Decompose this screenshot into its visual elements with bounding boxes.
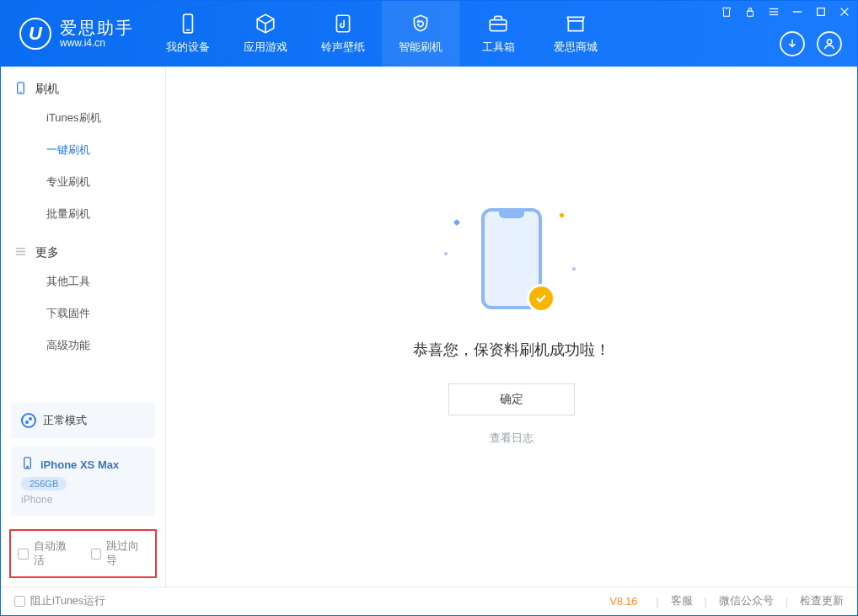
sidebar-item-download-firmware[interactable]: 下载固件 <box>1 297 165 329</box>
nav-toolbox[interactable]: 工具箱 <box>459 1 537 67</box>
chk-block-itunes[interactable]: 阻止iTunes运行 <box>14 594 105 608</box>
main-content: 恭喜您，保资料刷机成功啦！ 确定 查看日志 <box>166 67 857 587</box>
svg-rect-10 <box>818 8 825 16</box>
nav-label: 应用游戏 <box>244 40 287 55</box>
mode-indicator-icon <box>21 413 36 428</box>
mode-label: 正常模式 <box>43 413 87 428</box>
user-account-button[interactable] <box>817 31 842 56</box>
nav-apps-games[interactable]: 应用游戏 <box>227 1 304 67</box>
store-icon <box>565 13 587 35</box>
app-header: U 爱思助手 www.i4.cn 我的设备 应用游戏 铃声壁纸 智能刷机 工具箱 <box>1 1 857 67</box>
svg-rect-5 <box>748 11 753 16</box>
refresh-shield-icon <box>410 13 432 35</box>
brand-logo-icon: U <box>19 18 51 50</box>
device-info-panel[interactable]: iPhone XS Max 256GB iPhone <box>11 447 155 516</box>
separator: | <box>705 596 707 608</box>
svg-rect-2 <box>336 15 349 32</box>
chk-skip-guide[interactable]: 跳过向导 <box>91 539 149 568</box>
nav-ringtone-wallpaper[interactable]: 铃声壁纸 <box>304 1 382 67</box>
separator: | <box>656 596 658 608</box>
brand: U 爱思助手 www.i4.cn <box>1 1 149 67</box>
download-button[interactable] <box>780 31 805 56</box>
window-controls <box>721 6 850 18</box>
app-body: 刷机 iTunes刷机 一键刷机 专业刷机 批量刷机 更多 其他工具 下载固件 … <box>1 67 857 587</box>
svg-point-14 <box>827 40 831 44</box>
ok-button[interactable]: 确定 <box>448 383 575 415</box>
close-button[interactable] <box>839 6 850 18</box>
music-file-icon <box>332 13 354 35</box>
nav-store[interactable]: 爱思商城 <box>537 1 614 67</box>
footer-links: | 客服 | 微信公众号 | 检查更新 <box>656 594 844 608</box>
tshirt-icon[interactable] <box>721 6 732 18</box>
svg-rect-3 <box>490 20 507 31</box>
svg-point-21 <box>27 466 29 468</box>
toolbox-icon <box>487 13 509 35</box>
sidebar-group-flash: 刷机 <box>1 67 165 102</box>
separator: | <box>786 596 788 608</box>
sidebar-item-batch-flash[interactable]: 批量刷机 <box>1 198 165 230</box>
group-title-label: 刷机 <box>35 82 59 97</box>
check-badge-icon <box>527 284 555 313</box>
footer-link-update[interactable]: 检查更新 <box>800 594 844 608</box>
device-name: iPhone XS Max <box>40 458 119 471</box>
device-mode-panel[interactable]: 正常模式 <box>11 403 155 438</box>
phone-icon <box>14 82 27 97</box>
success-message: 恭喜您，保资料刷机成功啦！ <box>413 340 610 360</box>
chk-label: 自动激活 <box>34 539 76 568</box>
checkbox-icon <box>18 549 29 560</box>
sidebar-item-pro-flash[interactable]: 专业刷机 <box>1 166 165 198</box>
status-bar: 阻止iTunes运行 V8.16 | 客服 | 微信公众号 | 检查更新 <box>1 587 857 615</box>
checkbox-icon <box>91 549 102 560</box>
nav-label: 我的设备 <box>166 40 210 55</box>
menu-icon[interactable] <box>768 6 780 18</box>
footer-link-wechat[interactable]: 微信公众号 <box>719 594 774 608</box>
brand-title: 爱思助手 <box>60 19 134 37</box>
view-log-link[interactable]: 查看日志 <box>490 431 534 446</box>
sidebar-item-advanced[interactable]: 高级功能 <box>1 329 165 362</box>
device-storage-badge: 256GB <box>21 477 67 490</box>
nav-label: 爱思商城 <box>554 40 598 55</box>
sidebar: 刷机 iTunes刷机 一键刷机 专业刷机 批量刷机 更多 其他工具 下载固件 … <box>1 67 166 587</box>
checkbox-icon <box>14 596 25 607</box>
group-title-label: 更多 <box>35 245 59 260</box>
sidebar-item-itunes-flash[interactable]: iTunes刷机 <box>1 102 165 134</box>
device-icon <box>177 13 199 35</box>
maximize-button[interactable] <box>815 6 827 18</box>
sidebar-item-oneclick-flash[interactable]: 一键刷机 <box>1 134 165 166</box>
device-type: iPhone <box>21 494 145 506</box>
minimize-button[interactable] <box>791 6 803 18</box>
brand-text: 爱思助手 www.i4.cn <box>60 19 134 49</box>
nav-my-device[interactable]: 我的设备 <box>149 1 227 67</box>
sidebar-item-other-tools[interactable]: 其他工具 <box>1 265 165 297</box>
version-label: V8.16 <box>610 596 638 608</box>
brand-url: www.i4.cn <box>60 37 134 49</box>
nav-smart-flash[interactable]: 智能刷机 <box>382 1 459 67</box>
top-nav: 我的设备 应用游戏 铃声壁纸 智能刷机 工具箱 爱思商城 <box>149 1 614 67</box>
chk-auto-activate[interactable]: 自动激活 <box>18 539 76 568</box>
chk-label: 阻止iTunes运行 <box>30 594 105 608</box>
list-icon <box>14 245 27 260</box>
phone-small-icon <box>21 457 34 472</box>
sidebar-status: 正常模式 iPhone XS Max 256GB iPhone <box>1 394 165 524</box>
footer-link-support[interactable]: 客服 <box>671 594 693 608</box>
header-actions <box>780 31 842 56</box>
flash-options-highlight: 自动激活 跳过向导 <box>9 529 157 578</box>
nav-label: 铃声壁纸 <box>321 40 365 55</box>
nav-label: 工具箱 <box>482 40 515 55</box>
success-illustration <box>444 208 579 318</box>
nav-label: 智能刷机 <box>399 40 442 55</box>
lock-icon[interactable] <box>744 6 756 18</box>
sidebar-group-more: 更多 <box>1 230 165 265</box>
chk-label: 跳过向导 <box>106 539 148 568</box>
cube-icon <box>255 13 276 35</box>
